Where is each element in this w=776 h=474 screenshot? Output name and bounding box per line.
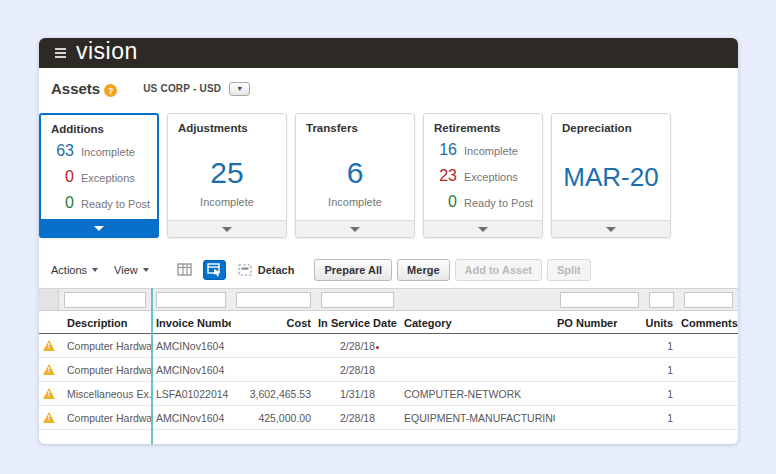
cell-in-service-date[interactable]: 1/31/18 (316, 388, 399, 400)
stat-exceptions[interactable]: 23 Exceptions (424, 167, 542, 185)
cell-description[interactable]: Computer Hardware (59, 364, 151, 376)
cell-cost[interactable]: 3,602,465.53 (231, 388, 316, 400)
stat-label: Exceptions (81, 172, 135, 184)
app-window: vision Assets ? US CORP - USD ▼ Addition… (39, 38, 738, 444)
cell-in-service-date[interactable]: 2/28/18 (316, 364, 399, 376)
stat-ready-to-post[interactable]: 0 Ready to Post (424, 193, 542, 211)
detach-button[interactable]: Detach (258, 264, 295, 276)
split-button: Split (547, 259, 591, 281)
view-menu[interactable]: View (114, 264, 149, 276)
card-expand-button[interactable] (424, 220, 542, 237)
hamburger-menu-icon[interactable] (55, 48, 66, 58)
cell-description[interactable]: Miscellaneous Ex... (59, 388, 151, 400)
card-title: Depreciation (552, 114, 670, 134)
page-header: Assets ? US CORP - USD ▼ (51, 80, 250, 97)
table-row[interactable]: Computer Hardware AMCINov1604 425,000.00… (39, 406, 738, 430)
warning-icon (39, 412, 59, 423)
filter-description-input[interactable] (64, 292, 146, 308)
column-header-cost[interactable]: Cost (231, 316, 316, 329)
stat-label: Ready to Post (464, 197, 533, 209)
card-retirements[interactable]: Retirements 16 Incomplete 23 Exceptions … (423, 113, 543, 238)
cell-units[interactable]: 1 (644, 340, 679, 352)
warning-icon (39, 388, 59, 399)
top-navigation-bar: vision (39, 38, 738, 68)
brand-logo: vision (76, 40, 138, 66)
filter-cost-input[interactable] (236, 292, 311, 308)
column-header-description[interactable]: Description (59, 316, 151, 329)
ledger-dropdown-button[interactable]: ▼ (229, 82, 250, 96)
detach-icon[interactable] (238, 264, 253, 277)
stat-label: Incomplete (81, 146, 135, 158)
cell-description[interactable]: Computer Hardware (59, 412, 151, 424)
cell-invoice-number[interactable]: AMCINov1604 (151, 412, 231, 424)
chevron-down-icon (222, 227, 232, 232)
column-header-selector (39, 322, 59, 323)
cell-units[interactable]: 1 (644, 412, 679, 424)
column-freeze-divider[interactable] (151, 288, 153, 444)
card-transfers[interactable]: Transfers 6 Incomplete (295, 113, 415, 238)
stat-incomplete[interactable]: 63 Incomplete (41, 142, 157, 160)
stat-value: 23 (424, 167, 457, 185)
card-caption: Incomplete (296, 196, 414, 208)
stat-incomplete[interactable]: 16 Incomplete (424, 141, 542, 159)
cell-cost[interactable]: 425,000.00 (231, 412, 316, 424)
cell-invoice-number[interactable]: AMCINov1604 (151, 340, 231, 352)
stat-value: 0 (41, 194, 74, 212)
help-icon[interactable]: ? (104, 84, 117, 97)
page-title: Assets (51, 80, 100, 97)
filter-comments-input[interactable] (684, 292, 733, 308)
table-header-row: Description Invoice Number Cost In Servi… (39, 311, 738, 334)
column-header-in-service-date[interactable]: In Service Date (316, 316, 399, 329)
card-depreciation[interactable]: Depreciation MAR-20 (551, 113, 671, 238)
column-header-comments[interactable]: Comments (679, 316, 738, 329)
card-expand-button[interactable] (168, 220, 286, 237)
filter-po-number-input[interactable] (560, 292, 639, 308)
card-big-value: 25 (168, 156, 286, 190)
table-row[interactable]: Computer Hardware AMCINov1604 2/28/18 1 (39, 358, 738, 382)
column-header-category[interactable]: Category (399, 316, 555, 329)
cell-category[interactable]: COMPUTER-NETWORK (399, 388, 555, 400)
error-dot (376, 346, 379, 349)
stat-value: 16 (424, 141, 457, 159)
chevron-down-icon (92, 268, 98, 272)
card-adjustments[interactable]: Adjustments 25 Incomplete (167, 113, 287, 238)
cell-invoice-number[interactable]: LSFA01022014 (151, 388, 231, 400)
stat-exceptions[interactable]: 0 Exceptions (41, 168, 157, 186)
filter-units-input[interactable] (649, 292, 674, 308)
column-header-po-number[interactable]: PO Number (555, 316, 644, 329)
cell-category[interactable]: EQUIPMENT-MANUFACTURING (399, 412, 555, 424)
chevron-down-icon (606, 227, 616, 232)
cell-in-service-date[interactable]: 2/28/18 (316, 340, 399, 352)
filter-in-service-date-input[interactable] (321, 292, 394, 308)
chevron-down-icon (478, 227, 488, 232)
column-header-invoice-number[interactable]: Invoice Number (151, 316, 231, 329)
chevron-down-icon (350, 227, 360, 232)
card-additions[interactable]: Additions 63 Incomplete 0 Exceptions 0 R… (39, 113, 159, 238)
cell-invoice-number[interactable]: AMCINov1604 (151, 364, 231, 376)
filter-row-header-cell (39, 289, 59, 310)
card-expand-button[interactable] (296, 220, 414, 237)
freeze-icon[interactable] (177, 263, 193, 277)
filter-category-cell (399, 289, 555, 310)
cell-units[interactable]: 1 (644, 364, 679, 376)
stat-ready-to-post[interactable]: 0 Ready to Post (41, 194, 157, 212)
cell-units[interactable]: 1 (644, 388, 679, 400)
cell-in-service-date[interactable]: 2/28/18 (316, 412, 399, 424)
column-header-units[interactable]: Units (644, 316, 679, 329)
card-big-value: 6 (296, 156, 414, 190)
card-expand-button[interactable] (552, 220, 670, 237)
table-row[interactable]: Computer Hardware AMCINov1604 2/28/18 1 (39, 334, 738, 358)
filter-invoice-number-input[interactable] (156, 292, 226, 308)
actions-menu[interactable]: Actions (51, 264, 98, 276)
card-expand-button[interactable] (41, 219, 157, 236)
table-row[interactable]: Miscellaneous Ex... LSFA01022014 3,602,4… (39, 382, 738, 406)
card-title: Transfers (296, 114, 414, 134)
query-by-example-icon[interactable] (203, 260, 226, 280)
stat-label: Incomplete (464, 145, 518, 157)
prepare-all-button[interactable]: Prepare All (314, 259, 392, 281)
date-value: 2/28/18 (340, 340, 375, 352)
cell-description[interactable]: Computer Hardware (59, 340, 151, 352)
merge-button[interactable]: Merge (397, 259, 449, 281)
card-title: Adjustments (168, 114, 286, 134)
stat-value: 0 (424, 193, 457, 211)
